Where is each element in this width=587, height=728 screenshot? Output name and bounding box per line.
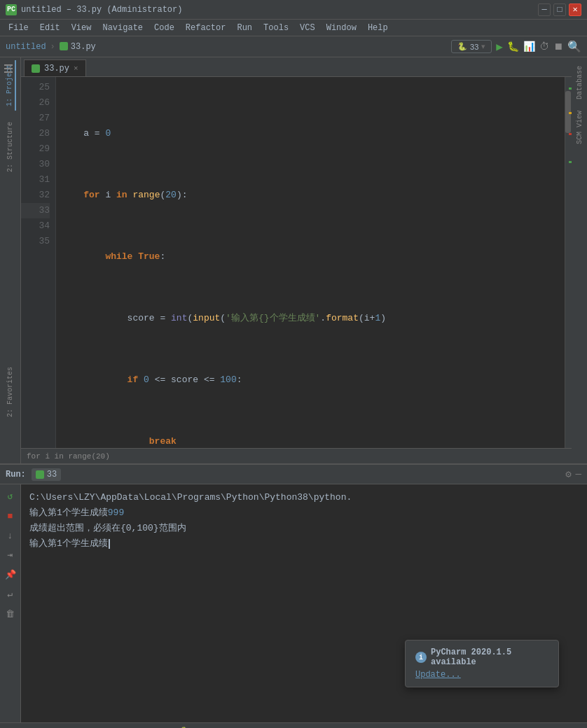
coverage-button[interactable]: 📊 [523,41,535,52]
bottom-tab-run[interactable]: ▶ 4: Run [62,725,106,728]
code-line-26: ▼ for i in range(20): [62,188,559,203]
right-tab-database[interactable]: Database [573,60,586,105]
run-pin-button[interactable]: 📌 [3,567,18,582]
right-sidebar: Database SCM View [572,57,587,463]
sidebar-structure-tab[interactable]: 2: Structure [5,118,15,176]
maximize-button[interactable]: □ [553,4,566,16]
output-line-2: 输入第1个学生成绩999 [29,505,579,521]
code-line-29: if 0 <= score <= 100: [62,372,559,388]
tab-bar: 33.py × [21,57,572,77]
menu-tools[interactable]: Tools [258,22,294,34]
menu-vcs[interactable]: VCS [294,22,321,34]
debug-button[interactable]: 🐛 [507,41,519,52]
notification-popup: i PyCharm 2020.1.5 available Update... [405,640,559,687]
bottom-tabs: ≡ 6: TODO ▶ 4: Run ▣ Terminal 🐍 Python C… [0,722,587,728]
search-everywhere-icon[interactable]: 🔍 [567,40,581,54]
editor-tab-33py[interactable]: 33.py × [24,59,86,76]
menu-help[interactable]: Help [362,22,394,34]
window-controls: ─ □ ✕ [538,4,581,16]
editor-scrollbar[interactable] [565,77,572,448]
svg-rect-0 [4,64,13,66]
menu-file[interactable]: File [3,22,34,34]
menu-run[interactable]: Run [231,22,258,34]
main-area: 1: Project 2: Structure 2: Favorites 33.… [0,57,587,463]
close-button[interactable]: ✕ [569,4,581,16]
scroll-mark-red [569,133,572,135]
title-bar: PC untitled – 33.py (Administrator) ─ □ … [0,0,587,20]
notification-header: i PyCharm 2020.1.5 available [415,648,548,667]
scroll-mark-yellow [569,112,572,114]
python-file-icon [32,64,40,73]
code-editor[interactable]: 25 26 27 28 29 30 31 32 33 34 35 ▼ a = 0 [21,77,572,448]
menu-bar: File Edit View Navigate Code Refactor Ru… [0,20,587,36]
notification-update-link[interactable]: Update... [415,670,461,680]
editor-area: 33.py × 25 26 27 28 29 30 31 32 33 34 35 [21,57,572,463]
app-icon: PC [6,4,17,15]
run-tab-python-icon [36,470,44,479]
cursor-blink [109,539,110,549]
code-line-25: ▼ a = 0 [62,126,559,141]
profile-button[interactable]: ⏱ [539,41,549,52]
run-controls-sidebar: ↺ ■ ↓ ⇥ 📌 ↵ 🗑 [0,484,21,722]
breadcrumb-bar: for i in range(20) [21,448,572,463]
bottom-tab-python-console[interactable]: 🐍 Python Console [176,725,261,728]
right-tab-scm[interactable]: SCM View [573,105,586,150]
toolbar-right: 🐍 33 ▾ ▶ 🐛 📊 ⏱ ⏹ 🔍 [451,40,581,54]
scroll-mark-green [569,88,572,90]
run-restart-button[interactable]: ↺ [3,489,18,504]
menu-refactor[interactable]: Refactor [180,22,232,34]
line-numbers: 25 26 27 28 29 30 31 32 33 34 35 [21,77,56,448]
menu-edit[interactable]: Edit [34,22,66,34]
run-wrap-button[interactable]: ↵ [3,587,18,602]
run-tab-label: 33 [47,470,57,479]
run-clear-button[interactable]: 🗑 [3,606,18,622]
notification-info-icon: i [415,652,427,663]
run-label: Run: [6,470,26,479]
code-content[interactable]: ▼ a = 0 ▼ for i in range(20): ▼ while Tr… [56,77,565,448]
menu-window[interactable]: Window [321,22,362,34]
run-minimize-icon[interactable]: ─ [576,469,581,480]
breadcrumb-untitled[interactable]: untitled [6,42,46,52]
code-line-30: break [62,434,559,448]
breadcrumb-current: 33.py [60,42,96,52]
notification-link[interactable]: Update... [415,670,548,680]
stop-button[interactable]: ⏹ [553,41,563,52]
menu-navigate[interactable]: Navigate [97,22,149,34]
menu-view[interactable]: View [66,22,97,34]
scroll-marks [565,77,572,448]
hide-sidebar-button[interactable] [3,63,14,78]
minimize-button[interactable]: ─ [538,4,551,16]
menu-code[interactable]: Code [149,22,180,34]
run-settings-icon[interactable]: ⚙ [565,468,571,480]
output-line-4: 输入第1个学生成绩 [29,536,579,552]
run-config-selector[interactable]: 🐍 33 ▾ [451,40,492,53]
bottom-tab-todo[interactable]: ≡ 6: TODO [6,726,54,729]
scroll-mark-green-2 [569,161,572,163]
run-print-button[interactable]: ⇥ [3,547,18,563]
code-line-27: ▼ while True: [62,249,559,265]
output-line-3: 成绩超出范围，必须在{0,100}范围内 [29,521,579,536]
run-panel-header: Run: 33 ⚙ ─ [0,465,587,484]
output-line-1: C:\Users\LZY\AppData\Local\Programs\Pyth… [29,490,579,505]
run-button[interactable]: ▶ [496,40,503,54]
run-tab-33[interactable]: 33 [32,468,61,481]
nav-bar: untitled › 33.py 🐍 33 ▾ ▶ 🐛 📊 ⏱ ⏹ 🔍 [0,36,587,57]
notification-title: PyCharm 2020.1.5 available [431,648,548,667]
bottom-tab-terminal[interactable]: ▣ Terminal [114,725,167,728]
window-title: untitled – 33.py (Administrator) [21,5,182,15]
code-line-28: score = int(input('输入第{}个学生成绩'.format(i+… [62,311,559,326]
run-scroll-to-end[interactable]: ↓ [3,528,18,543]
svg-rect-1 [4,68,13,69]
left-sidebar: 1: Project 2: Structure 2: Favorites [0,57,21,463]
svg-rect-2 [4,71,13,73]
tab-close-button[interactable]: × [74,64,78,73]
run-stop-button[interactable]: ■ [3,508,18,524]
code-context-text: for i in range(20) [27,452,110,461]
breadcrumb-separator: › [50,42,55,52]
sidebar-favorites-tab[interactable]: 2: Favorites [5,363,15,421]
run-panel-controls: ⚙ ─ [565,468,581,480]
tab-label: 33.py [44,64,69,74]
